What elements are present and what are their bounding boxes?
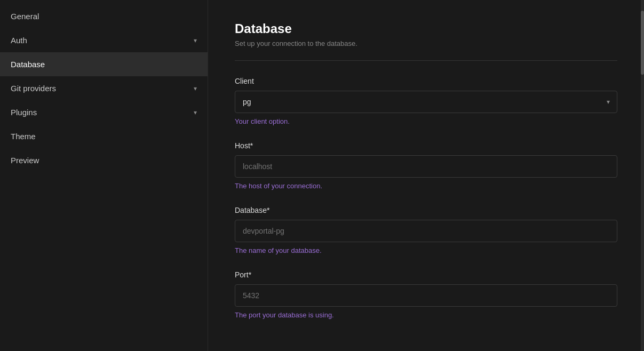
- sidebar-item-label-theme: Theme: [11, 132, 36, 141]
- client-hint: Your client option.: [235, 117, 617, 125]
- scrollbar[interactable]: [641, 0, 644, 351]
- sidebar-item-git-providers[interactable]: Git providers▾: [0, 76, 208, 100]
- port-section: Port* The port your database is using.: [235, 270, 617, 319]
- chevron-down-icon: ▾: [194, 85, 197, 92]
- port-label: Port*: [235, 270, 617, 279]
- port-hint: The port your database is using.: [235, 311, 617, 319]
- database-label: Database*: [235, 206, 617, 214]
- client-select-wrapper: pg mysql sqlite3 mssql ▾: [235, 91, 617, 113]
- sidebar-item-label-plugins: Plugins: [11, 108, 37, 117]
- chevron-down-icon: ▾: [194, 37, 197, 44]
- sidebar-item-label-git-providers: Git providers: [11, 84, 56, 93]
- sidebar-item-label-auth: Auth: [11, 36, 27, 45]
- section-divider: [235, 60, 617, 61]
- sidebar-item-general[interactable]: General: [0, 4, 208, 28]
- database-name-section: Database* The name of your database.: [235, 206, 617, 254]
- sidebar: GeneralAuth▾DatabaseGit providers▾Plugin…: [0, 0, 208, 351]
- sidebar-item-label-database: Database: [11, 60, 45, 69]
- sidebar-item-label-general: General: [11, 12, 39, 21]
- page-subtitle: Set up your connection to the database.: [235, 39, 617, 47]
- database-input[interactable]: [235, 220, 617, 242]
- page-title: Database: [235, 21, 617, 36]
- host-input[interactable]: [235, 155, 617, 178]
- sidebar-item-database[interactable]: Database: [0, 52, 208, 76]
- sidebar-item-theme[interactable]: Theme: [0, 124, 208, 148]
- sidebar-item-preview[interactable]: Preview: [0, 148, 208, 172]
- sidebar-item-auth[interactable]: Auth▾: [0, 28, 208, 52]
- client-select[interactable]: pg mysql sqlite3 mssql: [235, 91, 617, 113]
- sidebar-item-plugins[interactable]: Plugins▾: [0, 100, 208, 124]
- client-section: Client pg mysql sqlite3 mssql ▾ Your cli…: [235, 77, 617, 125]
- client-label: Client: [235, 77, 617, 85]
- main-content: Database Set up your connection to the d…: [208, 0, 644, 351]
- chevron-down-icon: ▾: [194, 109, 197, 116]
- scrollbar-thumb[interactable]: [641, 11, 644, 75]
- host-section: Host* The host of your connection.: [235, 141, 617, 190]
- port-input[interactable]: [235, 284, 617, 307]
- host-label: Host*: [235, 141, 617, 150]
- database-hint: The name of your database.: [235, 246, 617, 254]
- sidebar-item-label-preview: Preview: [11, 156, 39, 165]
- host-hint: The host of your connection.: [235, 182, 617, 190]
